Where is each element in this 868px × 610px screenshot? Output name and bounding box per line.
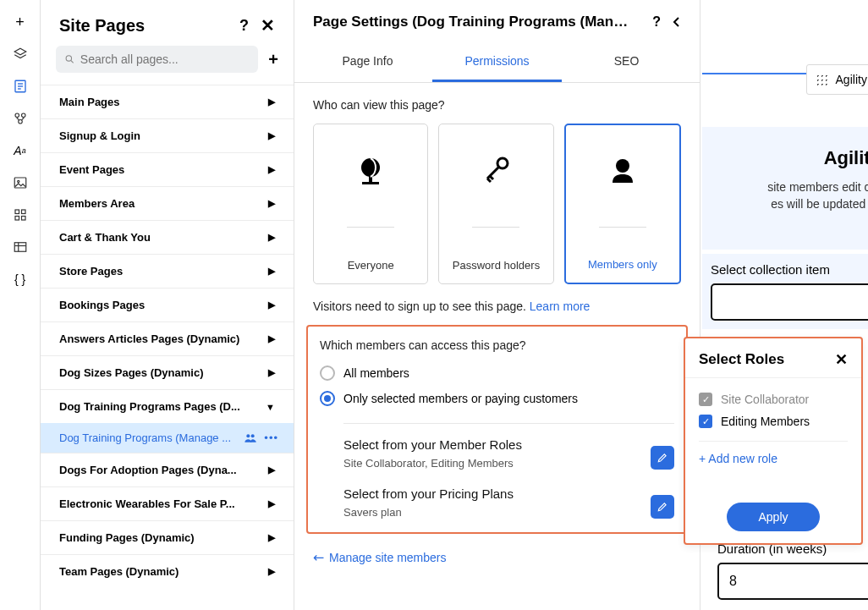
page-group[interactable]: Answers Articles Pages (Dynamic)▶ <box>41 321 294 355</box>
canvas-subtext: site members edit collectiones will be u… <box>711 179 868 229</box>
external-link-icon: ↗ <box>309 547 328 567</box>
perm-everyone[interactable]: Everyone <box>313 124 428 284</box>
chevron-right-icon: ▶ <box>268 266 275 277</box>
users-icon[interactable] <box>12 110 29 127</box>
chevron-right-icon: ▶ <box>268 232 275 243</box>
chevron-down-icon: ▼ <box>266 402 275 412</box>
tab-permissions[interactable]: Permissions <box>432 42 562 82</box>
page-group[interactable]: Signup & Login▶ <box>41 118 294 152</box>
svg-rect-7 <box>14 178 26 188</box>
tab-seo[interactable]: SEO <box>562 42 691 82</box>
svg-rect-12 <box>21 217 25 221</box>
page-group[interactable]: Cart & Thank You▶ <box>41 220 294 254</box>
page-group[interactable]: Dog Training Programs Pages (D...▼ <box>41 389 294 423</box>
role-item[interactable]: ✓Site Collaborator <box>699 388 848 410</box>
page-group[interactable]: Store Pages▶ <box>41 254 294 288</box>
image-icon[interactable] <box>12 174 29 191</box>
radio-option[interactable]: All members <box>320 360 674 386</box>
pages-icon[interactable] <box>12 78 29 95</box>
svg-point-18 <box>247 434 250 437</box>
apply-button[interactable]: Apply <box>727 503 820 531</box>
panel-header: Page Settings (Dog Training Programs (Ma… <box>294 0 700 42</box>
panel-help-icon[interactable]: ? <box>652 14 661 30</box>
page-group[interactable]: Main Pages▶ <box>41 85 294 118</box>
svg-line-26 <box>487 179 491 182</box>
drag-icon <box>816 74 827 85</box>
select-roles-popup: Select Roles ✕ ✓Site Collaborator✓Editin… <box>684 337 863 545</box>
svg-rect-11 <box>15 217 19 221</box>
members-icon <box>244 433 257 443</box>
chevron-right-icon: ▶ <box>268 498 275 509</box>
svg-point-5 <box>21 113 25 118</box>
role-item[interactable]: ✓Editing Members <box>699 410 848 432</box>
code-icon[interactable]: { } <box>12 271 29 288</box>
everyone-icon <box>354 145 387 195</box>
search-box[interactable] <box>56 46 258 73</box>
edit-pricing-plans-button[interactable] <box>651 495 674 519</box>
search-icon <box>64 53 75 65</box>
apps-icon[interactable] <box>12 206 29 223</box>
more-icon[interactable]: ••• <box>264 431 278 444</box>
edit-member-roles-button[interactable] <box>651 446 674 470</box>
close-icon[interactable]: ✕ <box>261 15 275 36</box>
checkbox-icon: ✓ <box>699 393 712 406</box>
svg-rect-22 <box>362 182 379 184</box>
table-icon[interactable] <box>12 239 29 256</box>
page-group[interactable]: Team Pages (Dynamic)▶ <box>41 554 294 588</box>
learn-more-link[interactable]: Learn more <box>530 300 591 313</box>
page-group[interactable]: Bookings Pages▶ <box>41 288 294 321</box>
page-group[interactable]: Dogs For Adoption Pages (Dyna...▶ <box>41 453 294 486</box>
text-icon[interactable]: Aa <box>12 142 29 159</box>
chevron-right-icon: ▶ <box>268 532 275 543</box>
svg-point-20 <box>361 158 380 177</box>
add-icon[interactable]: + <box>12 14 29 30</box>
which-members-label: Which members can access this page? <box>320 338 674 352</box>
page-group[interactable]: Funding Pages (Dynamic)▶ <box>41 520 294 554</box>
password-icon <box>479 145 513 195</box>
tab-page-info[interactable]: Page Info <box>303 42 432 82</box>
add-page-button[interactable]: + <box>268 50 278 69</box>
duration-input[interactable]: 8 <box>717 563 868 600</box>
perm-password[interactable]: Password holders <box>438 124 553 284</box>
roles-close-icon[interactable]: ✕ <box>835 350 848 369</box>
radio-option[interactable]: Only selected members or paying customer… <box>320 386 674 411</box>
chevron-right-icon: ▶ <box>268 300 275 310</box>
panel-back-icon[interactable] <box>673 16 681 28</box>
svg-rect-9 <box>15 210 19 214</box>
svg-rect-13 <box>14 243 26 252</box>
page-group[interactable]: Electronic Wearables For Sale P...▶ <box>41 486 294 520</box>
canvas-element-chip[interactable]: Agility Tra <box>806 64 868 95</box>
search-row: + <box>41 46 294 85</box>
search-input[interactable] <box>80 52 250 66</box>
help-icon[interactable]: ? <box>239 17 249 35</box>
page-group[interactable]: Event Pages▶ <box>41 152 294 186</box>
select-item-input[interactable] <box>711 283 868 321</box>
svg-line-24 <box>487 167 499 179</box>
panel-body: Who can view this page? EveryonePassword… <box>294 83 700 572</box>
chevron-right-icon: ▶ <box>268 198 275 209</box>
layers-icon[interactable] <box>12 46 29 63</box>
pricing-plans-value: Savers plan <box>343 506 514 519</box>
permission-options: EveryonePassword holdersMembers only <box>313 124 681 284</box>
sidebar-title: Site Pages <box>59 16 145 36</box>
panel-title: Page Settings (Dog Training Programs (Ma… <box>313 14 635 30</box>
member-roles-value: Site Collaborator, Editing Members <box>343 457 522 470</box>
roles-popup-title: Select Roles <box>699 351 784 368</box>
chevron-right-icon: ▶ <box>268 367 275 378</box>
svg-point-4 <box>15 113 19 118</box>
page-group[interactable]: Members Area▶ <box>41 186 294 220</box>
checkbox-icon: ✓ <box>699 415 712 428</box>
radio-icon <box>320 391 335 406</box>
page-item-selected[interactable]: Dog Training Programs (Manage ...••• <box>41 423 294 453</box>
svg-point-8 <box>17 180 19 182</box>
page-group[interactable]: Dog Sizes Pages (Dynamic)▶ <box>41 355 294 389</box>
chevron-right-icon: ▶ <box>268 164 275 175</box>
chevron-right-icon: ▶ <box>268 333 275 344</box>
tabs: Page InfoPermissionsSEO <box>294 42 700 83</box>
chevron-right-icon: ▶ <box>268 464 275 475</box>
manage-members-link[interactable]: ↗ Manage site members <box>313 549 681 565</box>
add-new-role-link[interactable]: + Add new role <box>699 452 848 465</box>
chevron-right-icon: ▶ <box>268 130 275 141</box>
perm-members[interactable]: Members only <box>564 124 681 284</box>
who-can-view-label: Who can view this page? <box>313 98 681 112</box>
